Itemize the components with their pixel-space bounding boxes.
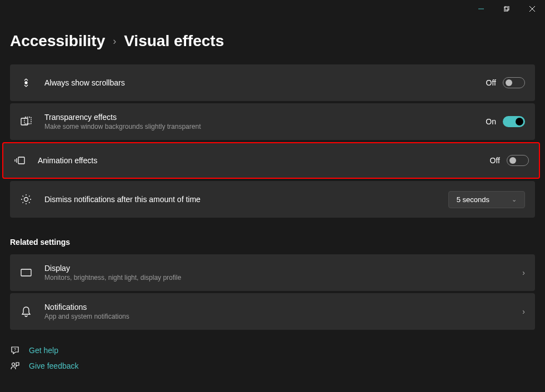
- close-button[interactable]: [519, 0, 545, 18]
- setting-control: Off: [490, 155, 529, 166]
- animation-setting-row: Animation effects Off: [2, 142, 540, 179]
- setting-subtitle: App and system notifications: [44, 313, 510, 320]
- related-settings-header: Related settings: [10, 238, 535, 247]
- brightness-icon: [20, 193, 32, 205]
- setting-text: Dismiss notifications after this amount …: [44, 195, 436, 204]
- content-area: Accessibility › Visual effects Always sh…: [0, 18, 545, 382]
- help-link-text: Give feedback: [29, 361, 79, 370]
- breadcrumb: Accessibility › Visual effects: [10, 32, 535, 50]
- chevron-right-icon: ›: [522, 307, 525, 316]
- svg-point-5: [25, 82, 27, 84]
- animation-toggle[interactable]: [507, 155, 529, 166]
- svg-rect-1: [504, 7, 508, 11]
- setting-text: Animation effects: [38, 156, 478, 165]
- setting-subtitle: Monitors, brightness, night light, displ…: [44, 274, 510, 282]
- notifications-link-row[interactable]: Notifications App and system notificatio…: [10, 293, 535, 330]
- svg-line-19: [29, 196, 30, 197]
- svg-line-18: [23, 202, 24, 203]
- svg-text:?: ?: [14, 348, 16, 351]
- transparency-toggle[interactable]: [503, 116, 525, 127]
- chevron-right-icon: ›: [522, 268, 525, 277]
- breadcrumb-parent[interactable]: Accessibility: [10, 32, 105, 50]
- transparency-icon: [20, 115, 32, 128]
- svg-line-16: [23, 196, 24, 197]
- chevron-down-icon: ⌄: [512, 196, 517, 203]
- toggle-state-label: Off: [490, 156, 500, 165]
- setting-text: Transparency effects Make some window ba…: [44, 113, 473, 130]
- get-help-link[interactable]: ? Get help: [10, 345, 535, 355]
- toggle-state-label: On: [486, 117, 496, 126]
- give-feedback-link[interactable]: Give feedback: [10, 361, 535, 371]
- help-icon: ?: [10, 345, 20, 355]
- display-icon: [20, 267, 32, 279]
- maximize-button[interactable]: [494, 0, 519, 18]
- minimize-button[interactable]: [468, 0, 494, 18]
- svg-point-22: [12, 363, 15, 366]
- chevron-right-icon: ›: [113, 36, 116, 47]
- page-title: Visual effects: [124, 32, 224, 50]
- dropdown-value: 5 seconds: [457, 195, 489, 204]
- setting-title: Notifications: [44, 303, 510, 311]
- setting-title: Dismiss notifications after this amount …: [44, 195, 436, 204]
- svg-rect-20: [21, 269, 31, 276]
- scrollbars-setting-row: Always show scrollbars Off: [10, 64, 535, 101]
- display-link-row[interactable]: Display Monitors, brightness, night ligh…: [10, 254, 535, 291]
- svg-line-17: [29, 202, 30, 203]
- close-icon: [529, 6, 535, 12]
- setting-control: Off: [486, 77, 525, 88]
- dismiss-setting-row: Dismiss notifications after this amount …: [10, 181, 535, 218]
- setting-title: Animation effects: [38, 156, 478, 165]
- setting-text: Always show scrollbars: [44, 78, 474, 87]
- scrollbars-toggle[interactable]: [503, 77, 525, 88]
- setting-text: Notifications App and system notificatio…: [44, 303, 510, 320]
- maximize-icon: [504, 6, 509, 12]
- setting-subtitle: Make some window backgrounds slightly tr…: [44, 123, 473, 130]
- setting-title: Display: [44, 264, 510, 273]
- setting-control: On: [486, 116, 525, 127]
- setting-text: Display Monitors, brightness, night ligh…: [44, 264, 510, 282]
- svg-point-11: [24, 198, 28, 202]
- transparency-setting-row: Transparency effects Make some window ba…: [10, 103, 535, 140]
- animation-icon: [13, 154, 26, 167]
- titlebar: [0, 0, 545, 18]
- minimize-icon: [478, 6, 484, 12]
- feedback-icon: [10, 361, 20, 371]
- scrollbars-icon: [20, 77, 32, 89]
- help-links: ? Get help Give feedback: [10, 345, 535, 371]
- help-link-text: Get help: [29, 346, 58, 355]
- setting-title: Transparency effects: [44, 113, 473, 122]
- svg-rect-2: [505, 6, 509, 10]
- svg-rect-8: [18, 157, 24, 164]
- settings-list: Always show scrollbars Off Transparency …: [10, 64, 535, 218]
- toggle-state-label: Off: [486, 78, 496, 87]
- dismiss-dropdown[interactable]: 5 seconds ⌄: [448, 191, 525, 208]
- related-settings-list: Display Monitors, brightness, night ligh…: [10, 254, 535, 330]
- setting-title: Always show scrollbars: [44, 78, 474, 87]
- bell-icon: [20, 305, 32, 318]
